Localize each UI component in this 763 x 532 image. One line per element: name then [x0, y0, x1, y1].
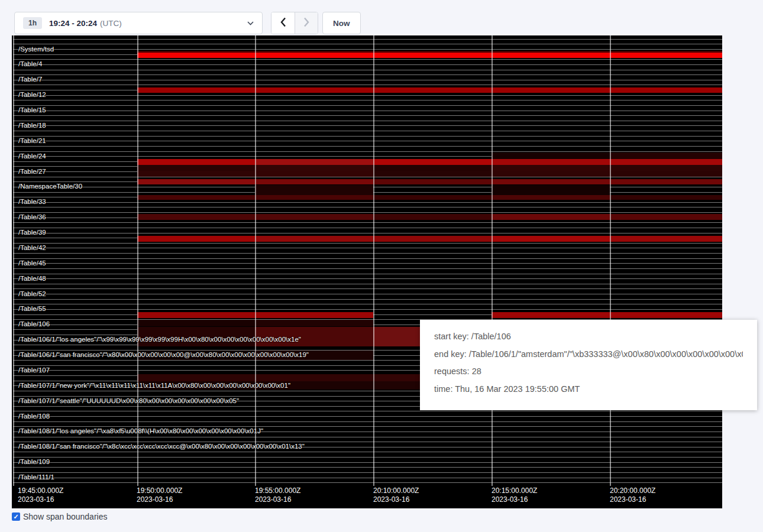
grid-vline: [255, 35, 256, 486]
heat-band: [610, 87, 722, 93]
heat-band: [255, 165, 373, 171]
row-label: /Table/24: [18, 153, 46, 160]
heat-band: [255, 195, 373, 200]
span-boundary-line: [13, 131, 722, 131]
heat-band: [492, 195, 610, 200]
row-label: /Table/55: [18, 305, 46, 312]
span-boundary-line: [13, 44, 722, 44]
span-boundary-line: [13, 59, 722, 60]
span-boundary-line: [13, 462, 722, 463]
span-boundary-line: [13, 121, 722, 121]
span-boundary-line: [13, 39, 722, 40]
span-boundary-line: [13, 472, 722, 473]
span-boundary-line: [13, 278, 722, 279]
row-label: /Table/21: [18, 137, 46, 144]
heat-band: [255, 236, 373, 242]
grid-vline: [610, 35, 611, 486]
grid-vline: [137, 35, 138, 486]
heat-band: [373, 159, 492, 165]
x-axis-tick: 19:45:00.000Z2023-03-16: [18, 486, 63, 504]
row-label: /Table/52: [18, 290, 46, 297]
heat-band: [137, 374, 255, 381]
span-boundary-line: [13, 299, 722, 300]
tooltip-end-key: end key: /Table/106/1/"amsterdam"/"\xb33…: [434, 349, 743, 359]
time-range-selector[interactable]: 1h 19:24 - 20:24 (UTC): [14, 12, 263, 34]
heat-band: [610, 159, 722, 165]
span-boundary-line: [13, 111, 722, 111]
span-boundary-line: [13, 253, 722, 254]
heat-band: [137, 171, 255, 177]
span-boundary-line: [13, 421, 722, 422]
heat-band: [610, 165, 722, 171]
grid-vline: [492, 35, 493, 486]
heat-band: [492, 53, 610, 58]
span-boundary-line: [13, 442, 722, 442]
chevron-right-icon: [303, 17, 309, 29]
heat-band: [137, 312, 255, 318]
heat-band: [492, 159, 610, 165]
row-label: /Table/108/1/"san francisco"/"\x8c\xcc\x…: [18, 443, 305, 450]
heat-band: [610, 214, 722, 220]
heat-band: [492, 153, 610, 159]
tooltip-requests: requests: 28: [434, 366, 743, 376]
heat-band: [373, 236, 492, 242]
span-boundary-line: [13, 482, 722, 483]
span-boundary-line: [13, 457, 722, 458]
heat-band: [610, 153, 722, 159]
span-boundary-line: [13, 243, 722, 244]
heat-band: [255, 87, 373, 93]
heat-band: [255, 214, 373, 220]
now-button[interactable]: Now: [322, 12, 361, 34]
span-boundary-line: [13, 115, 722, 116]
span-boundary-line: [13, 70, 722, 70]
prev-button[interactable]: [271, 12, 295, 34]
heat-band: [610, 179, 722, 184]
checkmark-icon: ✓: [13, 512, 18, 521]
key-visualizer-canvas[interactable]: /System/tsd/Table/4/Table/7/Table/12/Tab…: [12, 35, 722, 508]
span-boundary-line: [13, 207, 722, 207]
next-button[interactable]: [295, 12, 318, 34]
span-boundary-line: [13, 284, 722, 284]
heat-band: [610, 312, 722, 318]
x-axis-tick: 20:10:00.000Z2023-03-16: [373, 486, 419, 504]
grid-vline: [13, 35, 14, 486]
heat-band: [255, 53, 373, 58]
time-range-label: 19:24 - 20:24: [49, 19, 97, 28]
row-label: /Table/108/1/"los angeles"/"\xa8\xf5\u00…: [18, 427, 263, 434]
heat-band: [610, 195, 722, 200]
row-label: /Table/36: [18, 213, 46, 220]
heat-band: [373, 179, 492, 184]
hover-tooltip: start key: /Table/106 end key: /Table/10…: [420, 320, 757, 410]
span-boundaries-label: Show span boundaries: [23, 512, 107, 521]
tooltip-time: time: Thu, 16 Mar 2023 19:55:00 GMT: [434, 384, 743, 394]
heat-band: [137, 179, 255, 184]
span-boundary-line: [13, 288, 722, 289]
footer-controls: ✓ Show span boundaries: [12, 512, 107, 521]
chevron-down-icon: [247, 21, 254, 25]
span-boundary-line: [13, 416, 722, 417]
heat-band: [492, 179, 610, 184]
heat-band: [492, 87, 610, 93]
row-label: /Table/48: [18, 275, 46, 282]
row-label: /Table/108: [18, 413, 50, 420]
row-label: /Table/42: [18, 244, 46, 251]
heat-band: [492, 214, 610, 220]
row-label: /Table/18: [18, 122, 46, 129]
row-label: /Table/39: [18, 229, 46, 236]
span-boundaries-checkbox[interactable]: ✓: [12, 512, 20, 521]
heat-band: [137, 236, 255, 242]
row-label: /Table/27: [18, 168, 46, 175]
heat-band: [492, 236, 610, 242]
row-label: /Table/111/1: [18, 473, 54, 481]
heat-band: [255, 185, 373, 195]
chevron-left-icon: [280, 17, 286, 29]
x-axis-tick: 19:50:00.000Z2023-03-16: [137, 486, 182, 504]
heat-band: [610, 171, 722, 177]
heat-band: [492, 171, 610, 177]
x-axis-tick: 19:55:00.000Z2023-03-16: [255, 486, 300, 504]
heat-band: [255, 312, 373, 318]
row-label: /Table/107: [18, 366, 50, 374]
span-boundary-line: [13, 64, 722, 65]
heat-band: [255, 374, 373, 381]
heat-band: [137, 53, 255, 58]
